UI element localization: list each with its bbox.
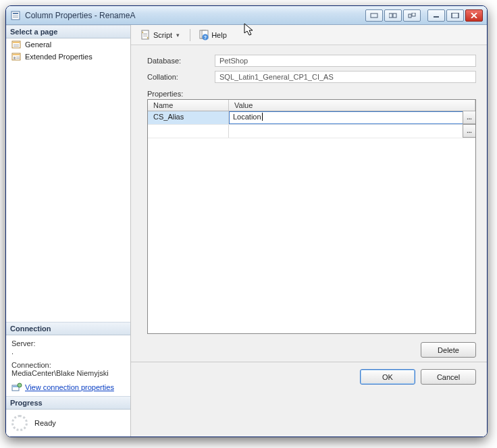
svg-rect-5 xyxy=(389,13,392,18)
svg-rect-3 xyxy=(13,17,18,18)
svg-rect-18 xyxy=(16,57,20,57)
minimize-button[interactable] xyxy=(427,9,445,22)
select-page-header: Select a page xyxy=(6,25,130,38)
shell-btn-1[interactable] xyxy=(365,9,383,22)
sidebar-page-general[interactable]: General xyxy=(6,38,130,51)
svg-rect-1 xyxy=(13,13,18,14)
sidebar-page-extended-properties[interactable]: Extended Properties xyxy=(6,51,130,63)
svg-rect-13 xyxy=(14,45,19,45)
title-bar: Column Properties - RenameA xyxy=(6,6,487,25)
svg-rect-12 xyxy=(13,42,20,43)
toolbar: Script ▾ ? Help xyxy=(131,25,487,45)
svg-rect-14 xyxy=(14,46,19,47)
ellipsis-button[interactable]: ... xyxy=(463,111,475,124)
maximize-button[interactable] xyxy=(446,9,464,22)
grid-cell-value[interactable]: ... xyxy=(229,125,475,138)
server-label: Server: xyxy=(11,339,125,347)
progress-status: Ready xyxy=(34,419,56,427)
script-icon xyxy=(140,30,151,40)
shell-btn-3[interactable] xyxy=(403,9,421,22)
grid-header-value[interactable]: Value xyxy=(229,100,475,111)
connection-label: Connection: xyxy=(11,361,125,369)
shell-btn-2[interactable] xyxy=(384,9,402,22)
svg-rect-25 xyxy=(143,34,147,35)
connection-icon xyxy=(11,383,22,392)
database-value: PetShop xyxy=(215,55,476,67)
svg-rect-7 xyxy=(409,14,411,18)
connection-header: Connection xyxy=(6,322,130,335)
sidebar: Select a page General Extended Propertie… xyxy=(6,25,131,437)
sidebar-page-label: Extended Properties xyxy=(25,53,93,61)
main-panel: Script ▾ ? Help Database: PetShop Collat… xyxy=(131,25,487,437)
svg-rect-2 xyxy=(13,16,18,16)
svg-rect-16 xyxy=(13,54,20,55)
chevron-down-icon: ▾ xyxy=(174,32,182,38)
collation-label: Collation: xyxy=(147,73,215,81)
svg-rect-17 xyxy=(14,57,16,59)
grid-cell-name[interactable]: CS_Alias xyxy=(148,111,229,124)
cancel-button[interactable]: Cancel xyxy=(421,369,476,385)
sidebar-page-label: General xyxy=(25,40,51,49)
view-connection-properties-link[interactable]: View connection properties xyxy=(11,383,125,392)
svg-text:?: ? xyxy=(204,35,207,40)
close-button[interactable] xyxy=(465,9,483,22)
svg-rect-26 xyxy=(143,36,147,36)
grid-cell-name[interactable] xyxy=(148,125,229,138)
svg-rect-4 xyxy=(371,13,377,18)
progress-header: Progress xyxy=(6,396,130,410)
server-value: . xyxy=(11,347,125,356)
window-controls xyxy=(427,9,483,22)
grid-row[interactable]: CS_Alias Location ... xyxy=(148,111,475,125)
svg-rect-6 xyxy=(393,13,396,18)
app-icon xyxy=(10,10,21,21)
svg-rect-10 xyxy=(452,13,459,18)
dialog-footer: OK Cancel xyxy=(131,362,487,391)
svg-point-22 xyxy=(18,383,22,387)
ok-button[interactable]: OK xyxy=(360,369,415,385)
svg-rect-24 xyxy=(143,33,147,34)
svg-rect-8 xyxy=(412,13,415,16)
progress-spinner-icon xyxy=(11,415,28,431)
collation-value: SQL_Latin1_General_CP1_CI_AS xyxy=(215,71,476,83)
toolbar-separator xyxy=(190,29,190,41)
shell-button-group xyxy=(365,9,421,22)
help-icon: ? xyxy=(199,30,209,40)
connection-value: MediaCenter\Blake Niemyjski xyxy=(11,369,125,377)
properties-grid: Name Value CS_Alias Location ... xyxy=(147,99,476,334)
ellipsis-button[interactable]: ... xyxy=(463,124,475,138)
database-label: Database: xyxy=(147,57,215,65)
grid-header-name[interactable]: Name xyxy=(148,100,229,111)
window-title: Column Properties - RenameA xyxy=(25,11,135,20)
properties-label: Properties: xyxy=(147,90,476,98)
svg-rect-19 xyxy=(16,58,20,59)
grid-row-empty[interactable]: ... xyxy=(148,125,475,138)
help-button[interactable]: ? Help xyxy=(196,28,230,42)
grid-cell-value[interactable]: Location ... xyxy=(229,111,475,124)
script-button[interactable]: Script ▾ xyxy=(138,28,184,42)
delete-button[interactable]: Delete xyxy=(421,342,476,358)
svg-rect-9 xyxy=(434,16,439,18)
